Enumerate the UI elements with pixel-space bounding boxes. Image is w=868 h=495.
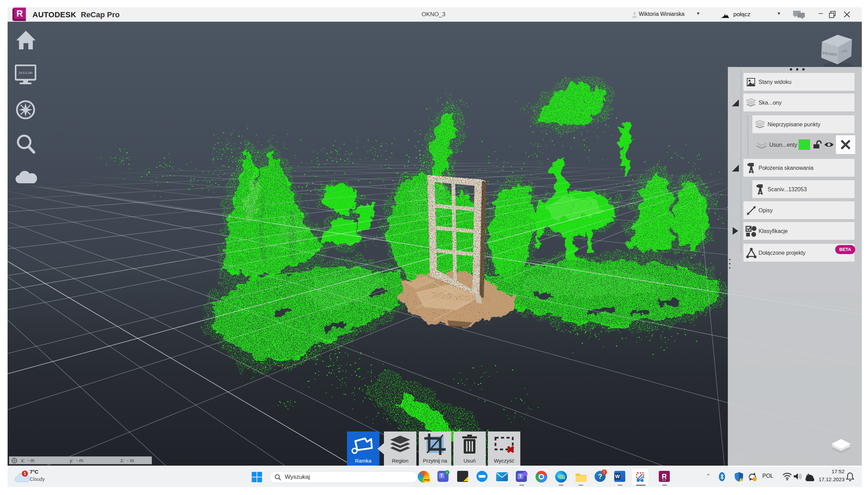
svg-text:24.0.0.240: 24.0.0.240: [19, 71, 32, 75]
svg-text:1: 1: [24, 471, 26, 476]
svg-text:!: !: [742, 478, 743, 481]
